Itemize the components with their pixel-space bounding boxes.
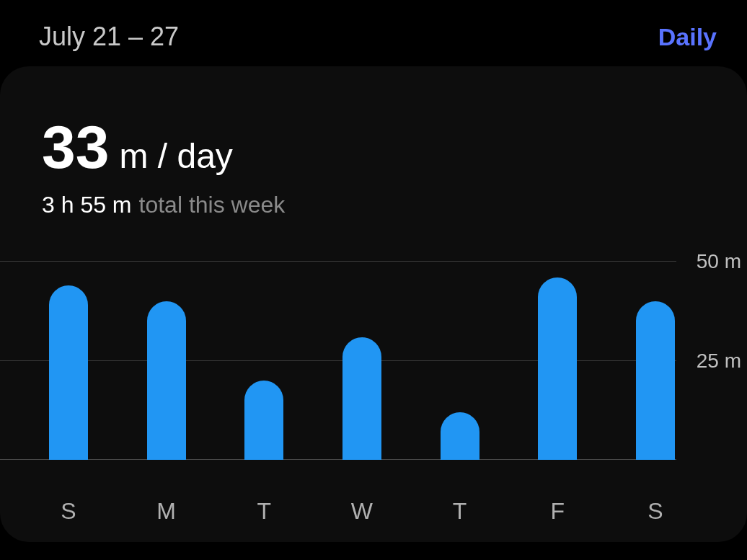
x-label-1: M xyxy=(147,498,186,525)
date-range: July 21 – 27 xyxy=(39,22,179,52)
average-value: 33 xyxy=(42,117,109,177)
x-label-2: T xyxy=(244,498,283,525)
stats-block: 33 m / day 3 h 55 m total this week xyxy=(0,117,747,218)
x-label-6: S xyxy=(636,498,675,525)
bar-s-0[interactable] xyxy=(49,285,88,460)
y-tick-25: 25 m xyxy=(697,350,741,373)
x-label-5: F xyxy=(538,498,577,525)
total-this-week: 3 h 55 m total this week xyxy=(42,192,705,218)
chart-plot: 50 m 25 m xyxy=(49,262,675,460)
average-per-day: 33 m / day xyxy=(42,117,705,177)
average-unit: m / day xyxy=(119,136,232,176)
bars-container xyxy=(49,262,675,460)
total-label: total this week xyxy=(139,192,286,218)
x-label-0: S xyxy=(49,498,88,525)
bar-m-1[interactable] xyxy=(147,301,186,460)
header: July 21 – 27 Daily xyxy=(0,0,747,66)
x-labels: SMTWTFS xyxy=(0,498,747,525)
bar-t-2[interactable] xyxy=(244,381,283,460)
total-value: 3 h 55 m xyxy=(42,192,132,218)
y-tick-50: 50 m xyxy=(697,250,741,273)
usage-card: 33 m / day 3 h 55 m total this week 50 m… xyxy=(0,66,747,542)
x-label-3: W xyxy=(342,498,381,525)
bar-t-4[interactable] xyxy=(441,412,479,460)
bar-w-3[interactable] xyxy=(342,337,381,461)
view-mode-toggle[interactable]: Daily xyxy=(658,23,717,51)
x-label-4: T xyxy=(441,498,479,525)
bar-s-6[interactable] xyxy=(636,301,675,460)
chart-area: 50 m 25 m xyxy=(0,262,747,485)
bar-f-5[interactable] xyxy=(538,277,577,460)
